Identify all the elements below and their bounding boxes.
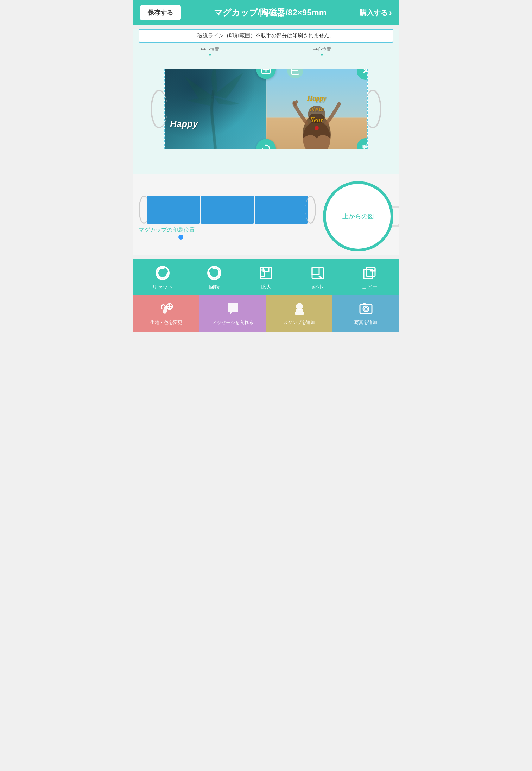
bottom-item-message[interactable]: メッセージを入れる	[200, 295, 266, 332]
bottom-item-stamp[interactable]: スタンプを追加	[266, 295, 332, 332]
svg-rect-28	[295, 312, 304, 315]
reset-icon	[154, 264, 171, 282]
purchase-label: 購入する	[360, 8, 388, 18]
fabric-label: 生地・色を変更	[150, 319, 182, 326]
canvas-area: 破線ライン（印刷範囲）※取手の部分は印刷されません。 中心位置 ▼ 中心位置 ▼	[133, 29, 399, 174]
top-view-label: 上からの図	[342, 212, 374, 221]
svg-point-30	[296, 303, 303, 310]
bottom-item-photo[interactable]: 写真を追加	[332, 295, 399, 332]
rotate-label: 回転	[209, 284, 220, 291]
rotate-tool-icon	[205, 264, 223, 282]
slider-dot[interactable]	[178, 235, 183, 240]
tool-reset[interactable]: リセット	[137, 264, 188, 291]
copy-icon	[361, 264, 378, 282]
mug-position-label: マグカップの印刷位置	[139, 227, 316, 234]
photo-icon	[358, 301, 374, 317]
message-label: メッセージを入れる	[212, 319, 253, 326]
message-icon	[225, 301, 241, 317]
panel-left[interactable]: Happy	[165, 69, 266, 149]
tool-rotate[interactable]: 回転	[188, 264, 240, 291]
center-label-right: 中心位置 ▼	[313, 46, 331, 57]
slider-container[interactable]	[139, 237, 316, 237]
svg-rect-23	[367, 267, 375, 276]
mini-mug	[139, 196, 316, 224]
arrow-down-left-icon: ▼	[208, 52, 212, 57]
mini-panel-2	[201, 196, 254, 224]
design-panels[interactable]: Happy	[164, 69, 368, 149]
chevron-right-icon: ›	[389, 8, 392, 18]
stamp-label: スタンプを追加	[283, 319, 315, 326]
mug-position-section: マグカップの印刷位置 上からの図	[133, 174, 399, 255]
arrow-down-right-icon: ▼	[320, 52, 324, 57]
plus-icon	[261, 69, 271, 74]
svg-point-33	[365, 307, 367, 310]
panel-left-overlay	[165, 69, 266, 149]
svg-rect-17	[263, 267, 269, 272]
svg-point-32	[363, 306, 369, 312]
rotate-icon	[261, 144, 271, 149]
slider-vertical-line	[146, 226, 146, 240]
photo-label: 写真を追加	[354, 319, 377, 326]
mini-panels	[147, 196, 308, 224]
fabric-icon	[159, 301, 174, 317]
svg-rect-19	[312, 267, 323, 279]
zoom-out-label: 縮小	[312, 284, 323, 291]
flip-icon	[361, 142, 368, 149]
mini-panel-3	[255, 196, 308, 224]
mini-panel-1	[147, 196, 200, 224]
slider-line[interactable]	[146, 237, 216, 237]
svg-rect-20	[312, 267, 319, 274]
mug-handle-left	[151, 90, 167, 128]
mug-editor: Happy	[137, 69, 395, 149]
header-title: マグカップ/陶磁器/82×95mm	[181, 7, 360, 18]
svg-rect-4	[291, 69, 299, 74]
tool-zoom-in[interactable]: 拡大	[240, 264, 292, 291]
bottom-menu: 生地・色を変更 メッセージを入れる スタンプを追加	[133, 295, 399, 332]
copy-label: コピー	[362, 284, 378, 291]
tool-zoom-out[interactable]: 縮小	[292, 264, 344, 291]
mug-handle-right	[365, 90, 381, 128]
tool-copy[interactable]: コピー	[344, 264, 395, 291]
center-labels: 中心位置 ▼ 中心位置 ▼	[133, 46, 399, 57]
zoom-out-icon	[309, 264, 327, 282]
save-button[interactable]: 保存する	[140, 5, 181, 20]
right-panel-text: Happy New Year	[307, 93, 326, 125]
zoom-in-icon	[257, 264, 275, 282]
stamp-icon	[292, 301, 307, 317]
purchase-button[interactable]: 購入する ›	[360, 8, 392, 18]
header: 保存する マグカップ/陶磁器/82×95mm 購入する ›	[133, 0, 399, 25]
svg-point-10	[315, 126, 319, 130]
mug-position-left: マグカップの印刷位置	[139, 196, 316, 237]
svg-rect-34	[363, 303, 366, 305]
zoom-in-label: 拡大	[261, 284, 271, 291]
minus-icon	[291, 69, 299, 75]
center-label-left: 中心位置 ▼	[201, 46, 219, 57]
bottom-item-fabric[interactable]: 生地・色を変更	[133, 295, 200, 332]
print-notice: 破線ライン（印刷範囲）※取手の部分は印刷されません。	[139, 29, 393, 43]
mug-top-view: 上からの図	[323, 181, 393, 251]
panel-right[interactable]: Happy New Year	[266, 69, 367, 149]
toolbar: リセット 回転 拡大	[133, 259, 399, 295]
reset-label: リセット	[152, 284, 173, 291]
left-panel-text: Happy	[170, 119, 198, 129]
mug-top-handle	[392, 206, 399, 227]
mini-mug-handle-right	[305, 196, 316, 224]
